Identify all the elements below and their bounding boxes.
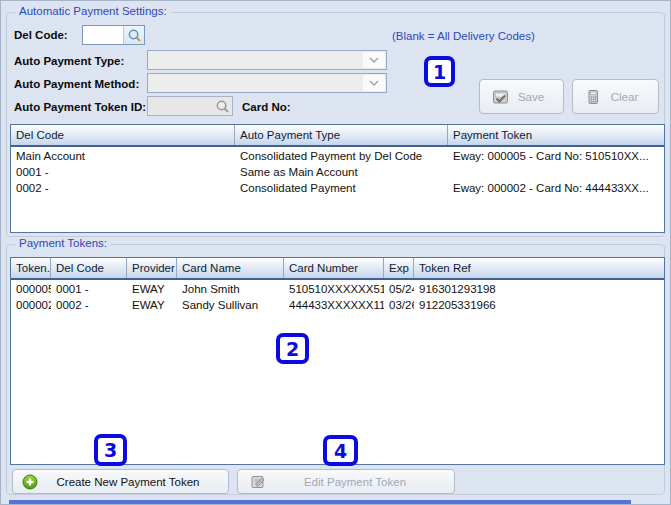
auto-payment-settings-table: Del Code Auto Payment Type Payment Token… (10, 124, 665, 233)
cell-payment-token (448, 164, 664, 180)
column-header-card-number[interactable]: Card Number (284, 258, 384, 278)
column-header-provider[interactable]: Provider (127, 258, 177, 278)
cell-card-number: 444433XXXXXX1111 (284, 297, 384, 313)
cell-auto-payment-type: Consolidated Payment by Del Code (235, 148, 448, 164)
column-header-exp[interactable]: Exp (384, 258, 414, 278)
card-no-label: Card No: (242, 101, 291, 113)
auto-payment-type-label: Auto Payment Type: (14, 55, 124, 67)
table-row[interactable]: 000002 0002 - EWAY Sandy Sullivan 444433… (11, 297, 664, 313)
column-header-auto-payment-type[interactable]: Auto Payment Type (235, 125, 448, 145)
save-button-label: Save (509, 91, 553, 103)
save-button[interactable]: Save (479, 79, 564, 114)
group-title: Automatic Payment Settings: (15, 5, 171, 17)
chevron-down-icon (363, 52, 385, 68)
clear-button[interactable]: Clear (572, 79, 659, 114)
chevron-down-icon (363, 75, 385, 91)
annotation-2: 2 (276, 333, 309, 364)
cell-del-code: 0001 - (51, 281, 127, 297)
automatic-payment-settings-panel: Automatic Payment Settings: Del Code: (B… (0, 0, 671, 505)
cell-token-ref: 916301293198 (414, 281, 664, 297)
save-icon (492, 89, 509, 105)
tokens-table-body: 000005 0001 - EWAY John Smith 510510XXXX… (11, 280, 664, 313)
auto-payment-method-value (148, 74, 386, 77)
cell-del-code: 0001 - (11, 164, 235, 180)
column-header-token[interactable]: Token... (11, 258, 51, 278)
group-title: Payment Tokens: (15, 237, 111, 249)
column-header-del-code[interactable]: Del Code (51, 258, 127, 278)
column-header-payment-token[interactable]: Payment Token (448, 125, 664, 145)
auto-payment-token-id-label: Auto Payment Token ID: (14, 101, 146, 113)
table-row[interactable]: 000005 0001 - EWAY John Smith 510510XXXX… (11, 281, 664, 297)
bottom-window-edge (9, 500, 631, 505)
del-code-input[interactable] (83, 26, 123, 44)
add-icon (22, 474, 38, 490)
cell-auto-payment-type: Same as Main Account (235, 164, 448, 180)
cell-del-code: 0002 - (11, 180, 235, 196)
table-row[interactable]: 0001 - Same as Main Account (11, 164, 664, 180)
cell-exp: 03/26 (384, 297, 414, 313)
edit-payment-token-label: Edit Payment Token (266, 476, 444, 488)
settings-table-body: Main Account Consolidated Payment by Del… (11, 147, 664, 196)
table-row[interactable]: 0002 - Consolidated Payment Eway: 000002… (11, 180, 664, 196)
edit-payment-token-button[interactable]: Edit Payment Token (237, 469, 455, 494)
auto-payment-method-select[interactable] (147, 73, 387, 93)
cell-token-ref: 912205331966 (414, 297, 664, 313)
cell-token-id: 000002 (11, 297, 51, 313)
token-id-search-button (212, 97, 232, 115)
clear-icon (585, 89, 601, 105)
cell-payment-token: Eway: 000005 - Card No: 510510XX... (448, 148, 664, 164)
cell-payment-token: Eway: 000002 - Card No: 444433XX... (448, 180, 664, 196)
cell-auto-payment-type: Consolidated Payment (235, 180, 448, 196)
cell-del-code: Main Account (11, 148, 235, 164)
auto-payment-method-label: Auto Payment Method: (14, 78, 139, 90)
auto-payment-token-id-input (148, 97, 212, 115)
settings-table-header: Del Code Auto Payment Type Payment Token (11, 125, 664, 147)
search-icon (215, 99, 230, 114)
automatic-payment-settings-group: Automatic Payment Settings: Del Code: (B… (6, 12, 665, 237)
clear-button-label: Clear (601, 91, 648, 103)
auto-payment-type-value (148, 51, 386, 54)
annotation-1: 1 (424, 56, 455, 87)
annotation-4: 4 (323, 435, 358, 466)
cell-exp: 05/24 (384, 281, 414, 297)
edit-icon (250, 474, 266, 490)
cell-del-code: 0002 - (51, 297, 127, 313)
search-icon (127, 28, 142, 43)
del-code-lookup-field (82, 25, 145, 45)
cell-card-number: 510510XXXXXX5100 (284, 281, 384, 297)
auto-payment-token-id-field (147, 96, 233, 116)
column-header-del-code[interactable]: Del Code (11, 125, 235, 145)
create-new-payment-token-label: Create New Payment Token (38, 476, 218, 488)
cell-provider: EWAY (127, 281, 177, 297)
del-code-label: Del Code: (14, 29, 68, 41)
table-row[interactable]: Main Account Consolidated Payment by Del… (11, 148, 664, 164)
blank-all-delivery-codes-note: (Blank = All Delivery Codes) (392, 30, 535, 42)
tokens-table-header: Token... Del Code Provider Card Name Car… (11, 258, 664, 280)
del-code-search-button[interactable] (123, 26, 144, 44)
cell-token-id: 000005 (11, 281, 51, 297)
cell-card-name: John Smith (177, 281, 284, 297)
auto-payment-type-select[interactable] (147, 50, 387, 70)
cell-provider: EWAY (127, 297, 177, 313)
annotation-3: 3 (94, 434, 127, 466)
column-header-card-name[interactable]: Card Name (177, 258, 284, 278)
cell-card-name: Sandy Sullivan (177, 297, 284, 313)
create-new-payment-token-button[interactable]: Create New Payment Token (12, 469, 229, 494)
column-header-token-ref[interactable]: Token Ref (414, 258, 664, 278)
